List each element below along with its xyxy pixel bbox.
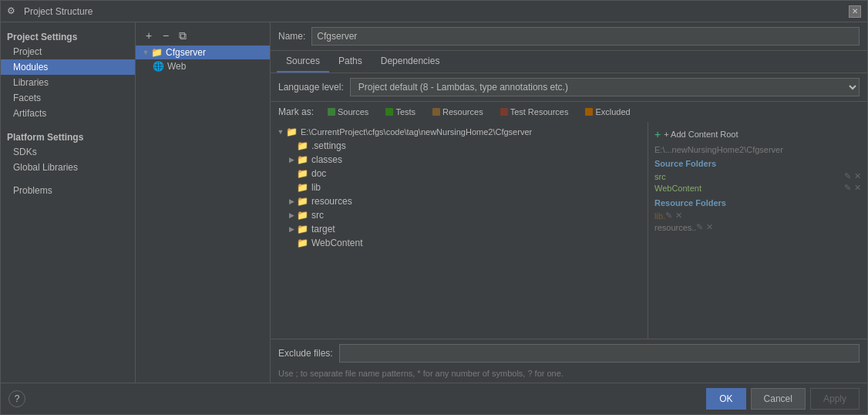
resource-item-lib-del[interactable]: ✕ (675, 211, 682, 221)
bottom-bar: ? OK Cancel Apply (1, 383, 867, 414)
source-item-webcontent-label: WebContent (654, 184, 844, 193)
target-folder-icon: 📁 (297, 224, 308, 234)
copy-module-button[interactable]: ⧉ (176, 29, 190, 42)
resource-item-resources-del[interactable]: ✕ (706, 222, 713, 232)
sidebar-item-global-libraries[interactable]: Global Libraries (1, 160, 135, 175)
title-bar: ⚙ Project Structure ✕ (1, 1, 867, 22)
mark-test-resources-button[interactable]: Test Resources (494, 106, 575, 118)
add-content-root-button[interactable]: + + Add Content Root (654, 128, 738, 140)
close-button[interactable]: ✕ (849, 5, 861, 18)
name-input[interactable] (311, 27, 860, 46)
webcontent-expand-icon (286, 239, 297, 247)
source-item-src-del[interactable]: ✕ (854, 171, 861, 181)
classes-expand-icon: ▶ (286, 156, 297, 164)
mark-excluded-button[interactable]: Excluded (579, 106, 636, 118)
help-button[interactable]: ? (8, 390, 25, 407)
add-content-root-label: + Add Content Root (664, 130, 738, 139)
resource-item-lib-label: lib. (654, 211, 665, 221)
file-tree-root[interactable]: ▼ 📁 E:\CurrentProject\cfgs\code\tag\newN… (271, 125, 648, 139)
mark-excluded-label: Excluded (595, 107, 630, 116)
resource-item-lib-edit[interactable]: ✎ (665, 211, 672, 221)
module-tree-child[interactable]: 🌐 Web (136, 59, 270, 73)
resource-item-resources-edit[interactable]: ✎ (696, 222, 703, 232)
mark-tests-button[interactable]: Tests (379, 106, 422, 118)
exclude-files-hint: Use ; to separate file name patterns, * … (271, 367, 867, 383)
name-label: Name: (278, 31, 305, 42)
webcontent-label: WebContent (311, 238, 363, 248)
target-label: target (311, 224, 335, 234)
doc-label: doc (311, 168, 326, 179)
doc-expand-icon (286, 170, 297, 177)
file-tree-webcontent[interactable]: 📁 WebContent (271, 236, 648, 250)
sidebar-item-project[interactable]: Project (1, 44, 135, 59)
tab-dependencies[interactable]: Dependencies (372, 51, 449, 73)
resources-expand-icon: ▶ (286, 197, 297, 205)
sidebar-item-artifacts[interactable]: Artifacts (1, 106, 135, 121)
source-folders-title: Source Folders (654, 159, 861, 168)
source-item-src-edit[interactable]: ✎ (844, 171, 851, 181)
tabs-bar: Sources Paths Dependencies (271, 51, 867, 73)
ok-button[interactable]: OK (706, 388, 745, 410)
classes-folder-icon: 📁 (297, 154, 308, 165)
mark-resources-button[interactable]: Resources (426, 106, 490, 118)
source-panel: + + Add Content Root E:\...newNursingHom… (648, 122, 867, 339)
sidebar-item-facets[interactable]: Facets (1, 90, 135, 106)
root-folder-icon: 📁 (286, 127, 298, 137)
language-level-select[interactable]: Project default (8 - Lambdas, type annot… (350, 78, 860, 96)
resource-item-resources-label: resources.. (654, 223, 696, 232)
resource-item-lib: lib. ✎ ✕ (654, 210, 861, 221)
mark-resources-label: Resources (442, 107, 483, 116)
sidebar-item-sdks[interactable]: SDKs (1, 144, 135, 160)
file-tree-root-label: E:\CurrentProject\cfgs\code\tag\newNursi… (301, 127, 532, 137)
mark-sources-label: Sources (338, 107, 368, 116)
exclude-files-input[interactable] (339, 344, 860, 363)
file-tree-target[interactable]: ▶ 📁 target (271, 222, 648, 236)
mark-sources-button[interactable]: Sources (321, 106, 375, 118)
file-tree-doc[interactable]: 📁 doc (271, 167, 648, 181)
source-panel-header: + + Add Content Root (654, 128, 861, 140)
project-settings-label: Project Settings (1, 29, 135, 44)
lib-label: lib (311, 182, 321, 193)
module-root-label: Cfgserver (166, 47, 206, 58)
sidebar: Project Settings Project Modules Librari… (1, 22, 136, 383)
apply-button[interactable]: Apply (810, 388, 860, 410)
test-resources-color-dot (500, 108, 508, 116)
module-tree-root[interactable]: ▼ 📁 Cfgserver (136, 46, 270, 59)
source-panel-path: E:\...newNursingHome2\Cfgserver (654, 145, 861, 154)
file-tree-lib[interactable]: 📁 lib (271, 181, 648, 194)
source-item-src-label: src (654, 172, 844, 181)
sidebar-item-modules[interactable]: Modules (1, 59, 135, 75)
file-tree-classes[interactable]: ▶ 📁 classes (271, 153, 648, 167)
resources-color-dot (432, 108, 440, 116)
classes-label: classes (311, 154, 342, 165)
bottom-buttons: OK Cancel Apply (706, 388, 860, 410)
doc-folder-icon: 📁 (297, 168, 308, 179)
file-tree-resources[interactable]: ▶ 📁 resources (271, 194, 648, 208)
lib-folder-icon: 📁 (297, 182, 308, 193)
tab-paths[interactable]: Paths (329, 51, 372, 73)
resource-item-resources: resources.. ✎ ✕ (654, 221, 861, 233)
source-item-webcontent-del[interactable]: ✕ (854, 183, 861, 193)
sidebar-item-problems[interactable]: Problems (1, 183, 135, 198)
name-bar: Name: (271, 22, 867, 51)
mark-as-bar: Mark as: Sources Tests Resources (271, 102, 867, 122)
source-item-webcontent-edit[interactable]: ✎ (844, 183, 851, 193)
file-tree-settings[interactable]: 📁 .settings (271, 139, 648, 153)
add-module-button[interactable]: + (142, 29, 156, 42)
resource-folders-title: Resource Folders (654, 198, 861, 208)
expand-icon: ▼ (140, 49, 151, 56)
tests-color-dot (385, 108, 393, 116)
tab-sources[interactable]: Sources (277, 51, 329, 73)
platform-settings-label: Platform Settings (1, 129, 135, 144)
exclude-files-label: Exclude files: (278, 348, 333, 359)
src-folder-icon: 📁 (297, 210, 308, 221)
module-tree-header: + − ⧉ (136, 25, 270, 46)
source-item-src: src ✎ ✕ (654, 170, 861, 182)
cancel-button[interactable]: Cancel (751, 388, 806, 410)
language-level-bar: Language level: Project default (8 - Lam… (271, 73, 867, 102)
file-tree-src[interactable]: ▶ 📁 src (271, 208, 648, 222)
remove-module-button[interactable]: − (159, 29, 173, 42)
sidebar-item-libraries[interactable]: Libraries (1, 75, 135, 90)
language-level-label: Language level: (278, 82, 344, 93)
settings-expand-icon (286, 142, 297, 150)
